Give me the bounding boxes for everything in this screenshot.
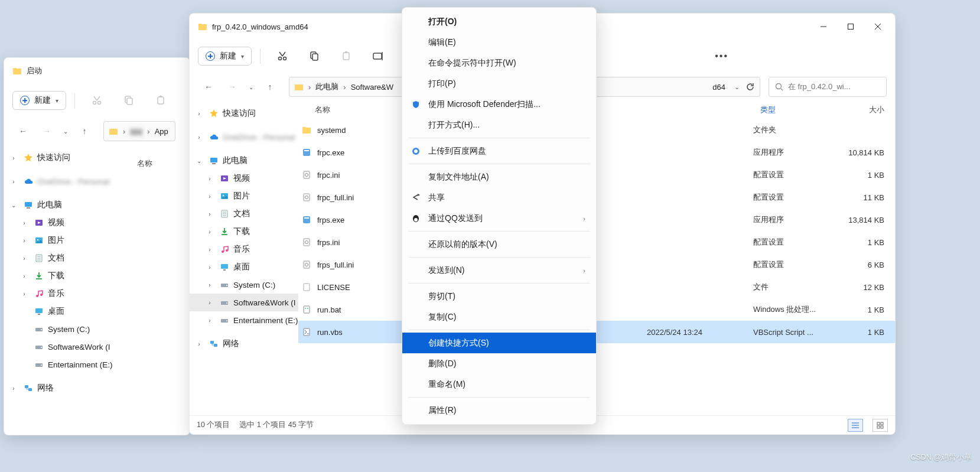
file-row[interactable]: run.vbs2022/5/24 13:24VBScript Script ..… <box>298 321 895 343</box>
nav-item[interactable]: ›下载 <box>4 267 190 285</box>
file-list[interactable]: systemd文件夹frpc.exe应用程序10,814 KBfrpc.ini配… <box>298 119 895 415</box>
expand-icon[interactable]: › <box>204 282 216 288</box>
column-name[interactable]: 名称 <box>137 158 152 169</box>
titlebar[interactable]: 启动 <box>4 58 190 84</box>
new-button[interactable]: 新建 ▾ <box>198 47 252 66</box>
new-button[interactable]: 新建 ▾ <box>12 91 66 110</box>
file-row[interactable]: frps_full.ini配置设置6 KB <box>298 253 895 276</box>
menu-item[interactable]: 重命名(M) <box>402 374 596 395</box>
expand-icon[interactable]: › <box>18 291 30 297</box>
menu-item[interactable]: 复制(C) <box>402 307 596 327</box>
expand-icon[interactable]: › <box>204 264 216 271</box>
file-row[interactable]: frps.ini配置设置1 KB <box>298 231 895 253</box>
menu-item[interactable]: 剪切(T) <box>402 286 596 307</box>
cut-icon[interactable] <box>269 44 296 68</box>
maximize-button[interactable] <box>837 14 864 40</box>
nav-item[interactable]: ›OneDrive - Personal <box>4 172 190 190</box>
nav-item[interactable]: ›快速访问 <box>4 149 190 167</box>
file-row[interactable]: LICENSE文件12 KB <box>298 276 895 298</box>
nav-item[interactable]: ›音乐 <box>190 240 298 258</box>
expand-icon[interactable]: › <box>204 175 216 182</box>
context-menu[interactable]: 打开(O)编辑(E)在命令提示符中打开(W)打印(P)使用 Microsoft … <box>402 7 597 425</box>
search-input[interactable]: 在 frp_0.42.0_wi... <box>769 77 887 97</box>
menu-item[interactable]: 通过QQ发送到› <box>402 208 596 229</box>
file-row[interactable]: frpc.exe应用程序10,814 KB <box>298 141 895 164</box>
nav-item[interactable]: ⌄此电脑 <box>4 196 190 214</box>
expand-icon[interactable]: › <box>204 211 216 217</box>
menu-item[interactable]: 删除(D) <box>402 353 596 374</box>
menu-item[interactable]: 编辑(E) <box>402 32 596 53</box>
nav-item[interactable]: ⌄此电脑 <box>190 152 298 170</box>
file-row[interactable]: run.batWindows 批处理...1 KB <box>298 298 895 321</box>
nav-item[interactable]: ›OneDrive - Personal <box>190 128 298 146</box>
file-row[interactable]: frpc_full.ini配置设置11 KB <box>298 186 895 209</box>
expand-icon[interactable]: ⌄ <box>8 202 19 209</box>
nav-item[interactable]: ›网络 <box>190 335 298 353</box>
column-type[interactable]: 类型 <box>753 105 836 115</box>
nav-item[interactable]: Entertainment (E:) <box>4 356 190 373</box>
expand-icon[interactable]: › <box>18 255 30 262</box>
rename-icon[interactable] <box>364 44 392 68</box>
chevron-down-icon[interactable]: ⌄ <box>734 83 740 91</box>
expand-icon[interactable]: › <box>18 237 30 244</box>
expand-icon[interactable]: › <box>8 385 19 392</box>
menu-item[interactable]: 共享 <box>402 187 596 208</box>
nav-item[interactable]: ›桌面 <box>190 258 298 276</box>
expand-icon[interactable]: › <box>204 246 216 253</box>
more-button[interactable]: ••• <box>715 51 728 61</box>
up-button[interactable]: ↑ <box>74 121 95 142</box>
expand-icon[interactable]: › <box>18 273 30 279</box>
recent-locations-button[interactable]: ⌄ <box>245 76 257 97</box>
expand-icon[interactable]: › <box>193 110 205 117</box>
file-row[interactable]: frpc.ini配置设置1 KB <box>298 164 895 186</box>
expand-icon[interactable]: › <box>18 220 30 226</box>
minimize-button[interactable] <box>810 14 837 40</box>
menu-item[interactable]: 创建快捷方式(S) <box>402 333 596 353</box>
menu-item[interactable]: 使用 Microsoft Defender扫描... <box>402 94 596 115</box>
menu-item[interactable]: 还原以前的版本(V) <box>402 234 596 255</box>
copy-icon[interactable] <box>301 44 328 68</box>
nav-item[interactable]: ›System (C:) <box>190 276 298 294</box>
nav-item[interactable]: ›音乐 <box>4 285 190 302</box>
nav-item[interactable]: ›视频 <box>4 214 190 232</box>
menu-item[interactable]: 属性(R) <box>402 400 596 421</box>
nav-item[interactable]: ›文档 <box>190 205 298 223</box>
expand-icon[interactable]: › <box>193 341 205 347</box>
file-row[interactable]: frps.exe应用程序13,814 KB <box>298 209 895 231</box>
refresh-button[interactable] <box>745 82 755 92</box>
nav-item[interactable]: ›文档 <box>4 249 190 267</box>
address-bar[interactable]: › ▮▮▮ › App <box>103 121 175 141</box>
column-headers[interactable]: 名称 类型 大小 <box>298 101 895 119</box>
menu-item[interactable]: 复制文件地址(A) <box>402 167 596 187</box>
breadcrumb-item[interactable]: ▮▮▮ <box>130 127 142 136</box>
expand-icon[interactable]: ⌄ <box>193 158 205 164</box>
nav-item[interactable]: Software&Work (I <box>4 338 190 356</box>
nav-item[interactable]: ›快速访问 <box>190 105 298 122</box>
nav-item[interactable]: System (C:) <box>4 320 190 338</box>
nav-item[interactable]: ›视频 <box>190 170 298 187</box>
icons-view-button[interactable] <box>872 419 888 432</box>
up-button[interactable]: ↑ <box>259 76 281 97</box>
breadcrumb-item[interactable]: 此电脑 <box>315 82 338 92</box>
breadcrumb-item[interactable]: Software&W <box>351 83 393 92</box>
file-row[interactable]: systemd文件夹 <box>298 119 895 141</box>
nav-tree[interactable]: ›快速访问›OneDrive - Personal⌄此电脑›视频›图片›文档›下… <box>4 145 190 435</box>
nav-item[interactable]: ›Entertainment (E:) <box>190 311 298 329</box>
menu-item[interactable]: 打开(O) <box>402 11 596 32</box>
breadcrumb-item[interactable]: App <box>155 127 168 136</box>
nav-item[interactable]: ›图片 <box>4 232 190 249</box>
column-size[interactable]: 大小 <box>836 105 895 115</box>
menu-item[interactable]: 发送到(N)› <box>402 260 596 281</box>
back-button[interactable]: ← <box>198 76 219 97</box>
breadcrumb-item[interactable]: d64 <box>712 83 725 92</box>
expand-icon[interactable]: › <box>193 134 205 141</box>
nav-tree[interactable]: ›快速访问›OneDrive - Personal⌄此电脑›视频›图片›文档›下… <box>190 101 298 415</box>
recent-locations-button[interactable]: ⌄ <box>60 121 71 142</box>
nav-item[interactable]: ›图片 <box>190 187 298 205</box>
nav-item[interactable]: ›下载 <box>190 223 298 240</box>
expand-icon[interactable]: › <box>204 193 216 200</box>
nav-item[interactable]: 桌面 <box>4 302 190 320</box>
close-button[interactable] <box>864 14 891 40</box>
menu-item[interactable]: 上传到百度网盘 <box>402 141 596 161</box>
expand-icon[interactable]: › <box>204 317 216 324</box>
